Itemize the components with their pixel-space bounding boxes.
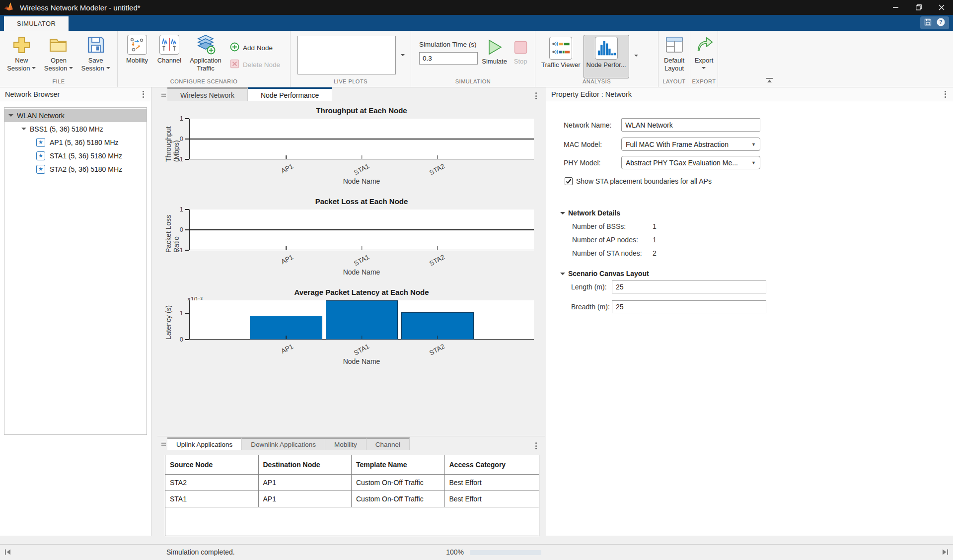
panel-menu-icon[interactable] [141,89,146,100]
node-star-icon: ★ [36,165,45,174]
add-node-button[interactable]: Add Node [230,42,280,53]
mac-model-dropdown[interactable]: Full MAC With Frame Abstraction ▼ [621,138,760,151]
close-button[interactable] [930,0,953,15]
tree-item-bss1[interactable]: BSS1 (5, 36) 5180 MHz [4,122,147,136]
y-tick [185,209,189,210]
y-tick-label: 1 [180,114,183,123]
tree-item-sta1[interactable]: ★ STA1 (5, 36) 5180 MHz [4,149,147,162]
y-tick-label: 0 [180,335,183,344]
column-header[interactable]: Destination Node [259,455,352,474]
tab-uplink-applications[interactable]: Uplink Applications [167,437,242,450]
tree-item-ap1[interactable]: ★ AP1 (5, 36) 5180 MHz [4,136,147,149]
length-input[interactable] [612,280,766,293]
help-icon[interactable]: ? [937,18,945,28]
column-header[interactable]: Source Node [165,455,259,474]
y-tick-label: 0 [180,135,183,143]
tab-label: Downlink Applications [251,441,316,448]
x-tick-label: AP1 [280,162,295,175]
breadth-input[interactable] [612,300,766,313]
collapse-right-panel-icon[interactable] [941,548,949,558]
panel-menu-icon[interactable] [943,89,948,100]
main-workspace: Network Browser WLAN Network BSS1 (5, 36… [0,87,953,536]
simulate-button[interactable]: Simulate [480,34,509,78]
network-name-input[interactable] [621,118,760,132]
status-message: Simulation completed. [166,548,235,556]
x-tick [362,155,363,159]
x-tick [286,155,287,159]
new-session-label: New Session [7,57,30,72]
traffic-viewer-button[interactable]: Traffic Viewer [538,35,584,78]
y-tick [185,159,189,160]
mobility-button[interactable]: Mobility [121,34,153,78]
y-tick-label: 1 [180,205,183,214]
tab-drag-handle-icon[interactable] [159,93,167,102]
column-header[interactable]: Access Category [445,455,539,474]
application-traffic-button[interactable]: Application Traffic [185,34,226,78]
ribbon-tab-strip: SIMULATOR ? [0,15,953,31]
y-tick [185,250,189,251]
cell-template-name: Custom On-Off Traffic [352,491,445,507]
ribbon-group-layout: Default Layout LAYOUT [659,31,690,87]
chevron-down-icon: ▼ [751,160,756,165]
restore-button[interactable] [907,0,930,15]
bar-sta1 [326,300,398,340]
export-button[interactable]: Export [693,34,715,78]
default-layout-button[interactable]: Default Layout [660,34,689,78]
group-label-file: FILE [0,78,117,87]
quick-access-toolbar: ? [920,16,949,29]
table-row[interactable]: STA2 AP1 Custom On-Off Traffic Best Effo… [165,475,539,491]
network-name-label: Network Name: [564,121,621,129]
packet-loss-chart: Packet Loss at Each NodePacket Loss Rati… [158,197,544,276]
channel-label: Channel [157,57,181,64]
panel-splitter[interactable] [151,87,157,536]
document-menu-icon[interactable] [533,90,539,101]
live-plots-dropdown-button[interactable] [396,34,408,78]
workspace-bottom-gap [0,536,953,544]
tab-mobility[interactable]: Mobility [325,437,367,450]
add-node-icon [230,42,239,53]
uplink-applications-table-area: Source Node Destination Node Template Na… [157,450,545,536]
tree-item-sta2[interactable]: ★ STA2 (5, 36) 5180 MHz [4,162,147,176]
tab-simulator[interactable]: SIMULATOR [4,16,69,31]
x-axis-label: Node Name [189,177,534,185]
x-tick [362,336,363,339]
chevron-down-icon[interactable] [21,128,26,133]
scenario-config-menu-icon[interactable] [533,440,539,451]
stop-label: Stop [514,58,527,65]
node-performance-button[interactable]: Node Perfor... [584,35,629,78]
open-session-button[interactable]: Open Session [41,34,76,78]
group-label-analysis: ANALYSIS [535,78,658,87]
y-tick [185,118,189,119]
tab-channel[interactable]: Channel [367,437,410,450]
channel-button[interactable]: Channel [153,34,185,78]
y-tick [185,313,189,314]
live-plots-listbox[interactable] [297,36,396,74]
phy-model-dropdown[interactable]: Abstract PHY TGax Evaluation Me... ▼ [621,156,760,169]
applications-table: Source Node Destination Node Template Na… [165,455,539,536]
tab-wireless-network[interactable]: Wireless Network [167,87,248,101]
scenario-canvas-section-header[interactable]: Scenario Canvas Layout [560,270,953,278]
table-row[interactable]: STA1 AP1 Custom On-Off Traffic Best Effo… [165,491,539,507]
new-session-button[interactable]: New Session [3,34,39,78]
simulation-time-input[interactable] [419,52,478,65]
tab-node-performance[interactable]: Node Performance [248,87,333,101]
save-session-button[interactable]: Save Session [78,34,114,78]
tab-downlink-applications[interactable]: Downlink Applications [242,437,325,450]
x-tick-label: STA2 [428,343,446,357]
cell-source-node: STA2 [165,475,259,490]
ribbon-group-file: New Session Open Session [0,31,118,87]
analysis-dropdown-button[interactable] [629,35,641,78]
minimize-button[interactable] [884,0,907,15]
checkbox-checked-icon[interactable] [565,177,573,185]
column-header[interactable]: Template Name [352,455,445,474]
network-details-section-header[interactable]: Network Details [560,209,953,217]
tree-item-wlan-network[interactable]: WLAN Network [4,109,147,122]
x-tick [437,246,438,250]
x-tick [286,336,287,339]
tab-drag-handle-icon[interactable] [159,442,167,450]
collapse-ribbon-button[interactable] [766,76,774,82]
chevron-down-icon[interactable] [8,114,13,119]
quick-save-icon[interactable] [924,18,932,28]
mac-model-value: Full MAC With Frame Abstraction [626,140,749,148]
collapse-left-panel-icon[interactable] [4,548,12,558]
